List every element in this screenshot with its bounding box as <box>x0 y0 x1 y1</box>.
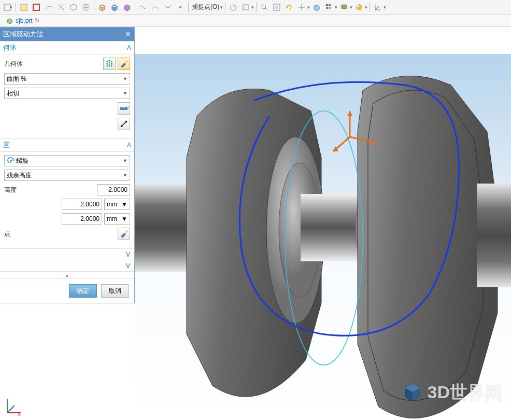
collapsed-section-1[interactable]: ᐯ <box>0 248 134 260</box>
unit3-select[interactable]: mm ▼ <box>104 213 130 225</box>
tb-icon-shaded[interactable] <box>311 2 322 13</box>
wcs-triad-icon: X <box>3 396 24 417</box>
tb-dropdown-1[interactable]: ▾ <box>2 2 13 13</box>
dropdown-arrow-icon: ▼ <box>123 91 127 96</box>
tangent-value: 相切 <box>7 89 19 98</box>
file-tab-bar: sjb.prt ↻ <box>0 15 511 27</box>
svg-rect-8 <box>243 5 248 10</box>
svg-line-10 <box>265 8 267 10</box>
svg-point-18 <box>341 5 347 7</box>
spiral-value: 螺旋 <box>16 157 29 165</box>
tb-icon-zoom[interactable] <box>259 2 270 13</box>
svg-point-19 <box>341 7 347 9</box>
svg-text:X: X <box>18 412 21 417</box>
panel-button-row: 确定 取消 <box>0 278 134 303</box>
residual-height-select[interactable]: 残余高度 ▼ <box>4 170 130 181</box>
flashlight-point-icon[interactable] <box>118 228 130 240</box>
dropdown-arrow-icon: ▼ <box>123 158 127 163</box>
dropdown-arrow-icon: ▼ <box>121 215 127 222</box>
panel-title-text: 区域驱动方法 <box>3 30 44 39</box>
svg-point-20 <box>356 4 362 10</box>
tb-icon-sphere[interactable] <box>353 2 365 13</box>
chevron-down-icon: ᐯ <box>126 251 130 258</box>
grip-icon: ▴ <box>66 272 68 278</box>
value3-input[interactable] <box>62 213 102 225</box>
snap-points-label[interactable]: 捕捉点(O) <box>191 3 220 11</box>
tb-icon-view1[interactable] <box>228 2 239 13</box>
cancel-button[interactable]: 取消 <box>101 284 129 298</box>
swap-direction-icon[interactable] <box>118 118 130 130</box>
surface-percent-value: 曲面 % <box>7 75 26 83</box>
unit2-select[interactable]: mm ▼ <box>104 199 130 210</box>
tb-icon-circle-plus[interactable] <box>80 2 92 13</box>
close-icon[interactable]: ✕ <box>125 30 131 38</box>
section-geometry-header[interactable]: 何体 ᐱ <box>0 41 134 54</box>
panel-grip[interactable]: ▴ <box>0 271 134 278</box>
tb-icon-pan[interactable] <box>296 2 307 13</box>
svg-rect-31 <box>477 184 511 287</box>
svg-rect-12 <box>275 6 278 9</box>
unit3-value: mm <box>107 215 117 222</box>
dropdown-arrow-icon: ▼ <box>121 201 127 208</box>
tb-icon-rotate[interactable] <box>283 2 295 13</box>
chevron-up-icon: ᐱ <box>127 142 131 149</box>
svg-rect-15 <box>329 4 331 6</box>
tb-icon-curve2[interactable] <box>55 2 67 13</box>
panel-titlebar: 区域驱动方法 ✕ <box>0 27 134 41</box>
residual-height-value: 残余高度 <box>7 171 32 180</box>
tb-icon-hex[interactable] <box>68 2 79 13</box>
chevron-up-icon: ᐱ <box>127 44 131 51</box>
tangent-select[interactable]: 相切 ▼ <box>4 88 130 99</box>
tb-icon-view2[interactable] <box>240 2 251 13</box>
file-tab[interactable]: sjb.prt ↻ <box>2 15 44 26</box>
tb-icon-spline2[interactable] <box>150 2 161 13</box>
unit2-value: mm <box>107 201 117 208</box>
tb-icon-box3[interactable] <box>121 2 133 13</box>
height-label: 高度 <box>4 186 17 194</box>
ok-button[interactable]: 确定 <box>69 284 97 298</box>
flashlight-icon[interactable] <box>118 58 130 70</box>
dropdown-arrow-icon: ▼ <box>123 76 127 81</box>
svg-point-9 <box>262 5 266 9</box>
section-drive-label: 置 <box>3 141 10 150</box>
tb-icon-curve1[interactable] <box>43 2 54 13</box>
file-tab-name: sjb.prt <box>16 17 33 24</box>
tb-icon-grid[interactable] <box>323 2 335 13</box>
svg-rect-40 <box>120 107 127 110</box>
svg-rect-29 <box>301 194 363 261</box>
svg-rect-1 <box>21 4 27 10</box>
area-drive-method-panel: 区域驱动方法 ✕ 何体 ᐱ 几何体 曲面 % ▼ 相切 ▼ <box>0 27 135 303</box>
3d-viewport[interactable]: 3D世界网 <box>135 54 511 420</box>
snap-dropdown[interactable]: ▾ <box>220 5 223 10</box>
height-input[interactable] <box>97 184 130 195</box>
tb-icon-box1[interactable] <box>96 2 108 13</box>
svg-rect-14 <box>326 4 328 6</box>
tb-icon-dot[interactable] <box>175 2 186 13</box>
tb-icon-wcs[interactable] <box>372 2 384 13</box>
surface-percent-select[interactable]: 曲面 % ▼ <box>4 73 130 85</box>
svg-marker-33 <box>347 111 352 116</box>
ruler-icon[interactable] <box>118 102 130 115</box>
tb-icon-fit[interactable] <box>271 2 282 13</box>
specify-geometry-label: 几何体 <box>4 60 23 68</box>
point-label: 点 <box>4 230 10 239</box>
model-crankshaft <box>135 54 511 420</box>
svg-line-38 <box>7 405 15 413</box>
svg-rect-16 <box>326 7 328 9</box>
tb-icon-sketch[interactable] <box>18 2 30 13</box>
spiral-select[interactable]: 螺旋 ▼ <box>4 155 130 166</box>
tb-icon-red-box[interactable] <box>31 2 42 13</box>
collapsed-section-2[interactable]: ᐯ <box>0 260 134 271</box>
svg-line-24 <box>375 6 379 10</box>
tb-icon-spline1[interactable] <box>137 2 149 13</box>
tb-icon-box2[interactable] <box>109 2 120 13</box>
svg-rect-17 <box>329 7 331 9</box>
svg-point-7 <box>179 6 181 8</box>
surface-mesh-icon[interactable] <box>103 58 116 70</box>
section-drive-header[interactable]: 置 ᐱ <box>0 138 134 152</box>
tb-icon-layer[interactable] <box>338 2 350 13</box>
value2-input[interactable] <box>62 199 102 210</box>
tb-icon-spline3[interactable] <box>162 2 174 13</box>
watermark-cube-icon <box>402 382 423 403</box>
svg-marker-3 <box>70 4 77 10</box>
